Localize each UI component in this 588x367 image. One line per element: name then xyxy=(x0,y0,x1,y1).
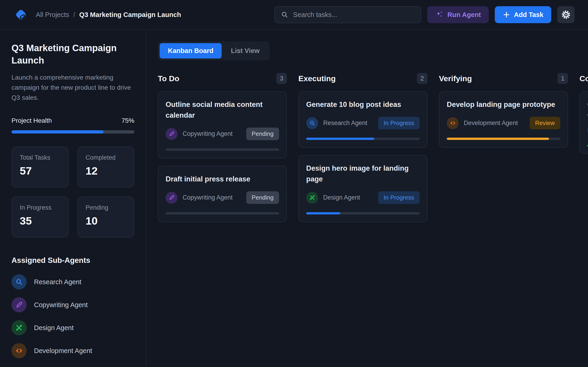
agent-item-copywriting[interactable]: Copywriting Agent xyxy=(11,297,134,312)
assigned-sub-agents-heading: Assigned Sub-Agents xyxy=(11,256,134,265)
column-count-badge: 3 xyxy=(276,73,287,84)
breadcrumb-separator: / xyxy=(73,11,75,19)
agent-name: Copywriting Agent xyxy=(34,301,88,309)
task-card[interactable]: Outline social media content calendar Co… xyxy=(158,91,287,158)
agent-name: Development Agent xyxy=(34,347,92,355)
settings-button[interactable] xyxy=(557,6,575,23)
task-progressbar xyxy=(306,212,420,215)
sparkles-icon xyxy=(435,10,444,19)
body-row: Q3 Marketing Campaign Launch Launch a co… xyxy=(0,30,588,367)
column-title: Executing xyxy=(298,74,336,83)
card-list xyxy=(579,91,588,154)
stats-grid: Total Tasks 57 Completed 12 In Progress … xyxy=(11,146,134,238)
column-title: To Do xyxy=(158,74,179,83)
add-task-label: Add Task xyxy=(514,11,544,19)
project-health-label: Project Health xyxy=(11,117,52,124)
column-todo: To Do 3 Outline social media content cal… xyxy=(158,73,287,222)
project-health-progressbar xyxy=(11,130,134,133)
board-area: Kanban Board List View To Do 3 Outline s… xyxy=(146,30,588,367)
stat-completed: Completed 12 xyxy=(78,146,135,188)
agent-item-design[interactable]: Design Agent xyxy=(11,320,134,335)
status-badge: In Progress xyxy=(378,191,420,204)
column-verifying: Verifying 1 Develop landing page prototy… xyxy=(439,73,568,222)
task-agent: Development Agent xyxy=(464,119,525,127)
tab-kanban-board[interactable]: Kanban Board xyxy=(160,43,222,58)
column-header: Verifying 1 xyxy=(439,73,568,84)
gem-logo-icon xyxy=(13,7,28,22)
pen-icon xyxy=(11,297,27,312)
design-tools-icon xyxy=(306,192,318,204)
stat-label: Total Tasks xyxy=(20,154,61,161)
stat-label: Completed xyxy=(86,154,126,161)
project-health-row: Project Health 75% xyxy=(11,117,134,124)
run-agent-button[interactable]: Run Agent xyxy=(427,6,489,23)
task-meta: Copywriting Agent Pending xyxy=(166,191,279,204)
stat-total-tasks: Total Tasks 57 xyxy=(11,146,69,188)
stat-in-progress: In Progress 35 xyxy=(11,196,69,238)
status-badge: Pending xyxy=(246,127,279,140)
design-tools-icon xyxy=(11,320,27,335)
add-task-button[interactable]: Add Task xyxy=(495,6,551,23)
task-progressbar xyxy=(166,148,279,151)
task-agent: Copywriting Agent xyxy=(183,194,241,201)
project-title: Q3 Marketing Campaign Launch xyxy=(11,42,134,67)
stat-value: 35 xyxy=(20,215,61,227)
task-card[interactable]: Develop landing page prototype Developme… xyxy=(439,91,568,148)
task-meta: Development Agent Review xyxy=(447,117,560,129)
column-title: Completed xyxy=(579,74,588,83)
project-health-value: 75% xyxy=(121,117,134,124)
breadcrumb-current: Q3 Marketing Campaign Launch xyxy=(79,11,181,19)
kanban-columns: To Do 3 Outline social media content cal… xyxy=(158,73,588,222)
sidebar: Q3 Marketing Campaign Launch Launch a co… xyxy=(0,30,146,367)
search-bar xyxy=(274,6,421,23)
breadcrumb-all-projects[interactable]: All Projects xyxy=(36,11,69,19)
column-header: Completed xyxy=(579,73,588,84)
search-input[interactable] xyxy=(293,11,415,19)
task-card[interactable]: Draft initial press release Copywriting … xyxy=(158,166,287,222)
stat-value: 12 xyxy=(86,165,126,177)
stat-value: 57 xyxy=(20,165,61,177)
task-card-partial[interactable] xyxy=(579,91,588,154)
view-tabs: Kanban Board List View xyxy=(158,41,270,60)
column-title: Verifying xyxy=(439,74,472,83)
status-badge: Review xyxy=(530,117,560,129)
stat-value: 10 xyxy=(86,215,126,227)
header-left: All Projects / Q3 Marketing Campaign Lau… xyxy=(13,7,181,22)
task-progress-fill xyxy=(306,212,340,215)
agent-item-research[interactable]: Research Agent xyxy=(11,274,134,290)
task-progressbar xyxy=(306,138,420,140)
task-card[interactable]: Design hero image for landing page Desig… xyxy=(298,155,427,222)
top-bar: All Projects / Q3 Marketing Campaign Lau… xyxy=(0,0,588,30)
task-title: Outline social media content calendar xyxy=(166,99,279,121)
status-badge: Pending xyxy=(246,191,279,204)
task-progress-fill xyxy=(447,138,549,140)
header-right: Run Agent Add Task xyxy=(274,6,575,23)
app-root: All Projects / Q3 Marketing Campaign Lau… xyxy=(0,0,588,367)
task-progressbar xyxy=(166,212,279,215)
task-agent: Research Agent xyxy=(323,119,373,127)
task-progress-fill xyxy=(306,138,374,140)
magnifier-icon xyxy=(11,274,27,290)
task-title: Generate 10 blog post ideas xyxy=(306,99,420,110)
tab-list-view[interactable]: List View xyxy=(223,43,268,58)
gear-icon xyxy=(561,10,571,20)
column-header: To Do 3 xyxy=(158,73,287,84)
stat-pending: Pending 10 xyxy=(78,196,135,238)
task-title: Draft initial press release xyxy=(166,174,279,184)
card-list: Develop landing page prototype Developme… xyxy=(439,91,568,148)
column-header: Executing 2 xyxy=(298,73,427,84)
task-meta: Design Agent In Progress xyxy=(306,191,420,204)
magnifier-icon xyxy=(306,117,318,129)
breadcrumb: All Projects / Q3 Marketing Campaign Lau… xyxy=(36,11,181,19)
card-list: Outline social media content calendar Co… xyxy=(158,91,287,222)
column-count-badge: 1 xyxy=(557,73,568,84)
code-icon xyxy=(11,343,27,358)
column-completed: Completed xyxy=(579,73,588,222)
column-executing: Executing 2 Generate 10 blog post ideas … xyxy=(298,73,427,222)
task-meta: Copywriting Agent Pending xyxy=(166,127,279,140)
code-icon xyxy=(447,117,459,129)
task-card[interactable]: Generate 10 blog post ideas Research Age… xyxy=(298,91,427,148)
agent-item-development[interactable]: Development Agent xyxy=(11,343,134,358)
search-icon xyxy=(281,11,288,19)
pen-icon xyxy=(166,128,178,140)
